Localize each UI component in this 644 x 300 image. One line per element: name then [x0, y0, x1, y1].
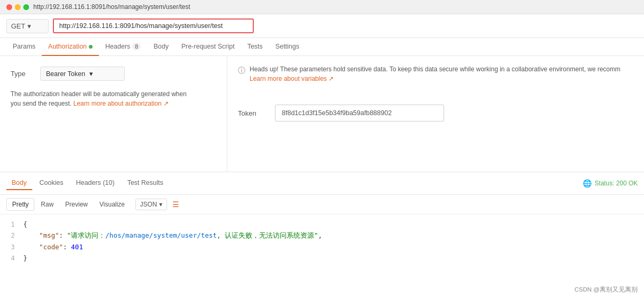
- code-key-code: "code": [23, 243, 63, 251]
- url-input[interactable]: http://192.168.116.1:8091/hos/manage/sys…: [53, 18, 254, 33]
- close-button[interactable]: [6, 4, 12, 10]
- line-num-1: 1: [4, 219, 15, 230]
- code-content-3: "code": 401: [23, 241, 83, 252]
- notice-text: Heads up! These parameters hold sensitiv…: [250, 65, 620, 73]
- learn-more-link[interactable]: Learn more about authorization ↗: [73, 100, 169, 107]
- tab-prerequest-label: Pre-request Script: [181, 43, 235, 50]
- code-line-2: 2 "msg": "请求访问：/hos/manage/system/user/t…: [0, 230, 644, 241]
- response-body-code: 1 { 2 "msg": "请求访问：/hos/manage/system/us…: [0, 214, 644, 268]
- status-text: Status: 200 OK: [595, 180, 638, 187]
- learn-vars-link[interactable]: Learn more about variables ↗: [250, 75, 334, 82]
- tab-tests[interactable]: Tests: [241, 38, 269, 56]
- globe-icon: 🌐: [583, 179, 592, 188]
- response-tab-cookies[interactable]: Cookies: [34, 176, 69, 190]
- method-value: GET: [11, 22, 25, 30]
- code-content-4: }: [23, 252, 27, 264]
- type-row: Type Bearer Token ▾: [11, 67, 216, 81]
- tab-tests-label: Tests: [247, 43, 263, 50]
- url-value: http://192.168.116.1:8091/hos/manage/sys…: [59, 22, 223, 30]
- format-visualize-btn[interactable]: Visualize: [94, 199, 130, 210]
- auth-info-text: The authorization header will be automat…: [11, 89, 216, 108]
- response-tabs: Body Cookies Headers (10) Test Results 🌐…: [0, 172, 644, 195]
- notice-text-block: Heads up! These parameters hold sensitiv…: [250, 64, 620, 83]
- code-content-1: {: [23, 219, 27, 230]
- minimize-button[interactable]: [15, 4, 21, 10]
- response-tab-body-label: Body: [12, 179, 27, 186]
- window-controls: [6, 4, 29, 10]
- code-line-4: 4 }: [0, 252, 644, 264]
- tab-settings[interactable]: Settings: [269, 38, 306, 56]
- chevron-down-icon: ▾: [27, 22, 31, 30]
- tab-body-label: Body: [153, 43, 169, 50]
- tab-authorization-label: Authorization: [48, 43, 87, 50]
- code-number-401: 401: [71, 243, 83, 251]
- json-format-value: JSON: [140, 201, 157, 208]
- type-label: Type: [11, 70, 32, 78]
- response-tab-testresults[interactable]: Test Results: [122, 176, 169, 190]
- code-content-2: "msg": "请求访问：/hos/manage/system/user/tes…: [23, 230, 322, 241]
- tab-authorization[interactable]: Authorization: [42, 38, 99, 56]
- token-input[interactable]: 8f8d1c1d3f15e5b34f9ba59afb888902: [275, 105, 444, 121]
- response-tab-cookies-label: Cookies: [40, 179, 63, 186]
- code-string-msg: "请求访问：/hos/manage/system/user/test, 认证失败…: [67, 231, 318, 239]
- line-num-2: 2: [4, 230, 15, 241]
- response-tab-testresults-label: Test Results: [127, 179, 163, 186]
- window-title: http://192.168.116.1:8091/hos/manage/sys…: [33, 3, 190, 11]
- info-line1: The authorization header will be automat…: [11, 90, 187, 98]
- code-key-msg: "msg": [23, 231, 59, 239]
- maximize-button[interactable]: [23, 4, 29, 10]
- response-tab-body[interactable]: Body: [6, 176, 32, 190]
- tab-body[interactable]: Body: [147, 38, 175, 56]
- code-line-3: 3 "code": 401: [0, 241, 644, 252]
- tab-params[interactable]: Params: [6, 38, 42, 56]
- wrap-icon[interactable]: ☰: [172, 200, 179, 209]
- format-raw-btn[interactable]: Raw: [35, 199, 59, 210]
- token-value: 8f8d1c1d3f15e5b34f9ba59afb888902: [282, 109, 392, 117]
- auth-left-panel: Type Bearer Token ▾ The authorization he…: [0, 56, 227, 172]
- response-tab-headers-label: Headers (10): [76, 179, 115, 186]
- status-badge-area: 🌐 Status: 200 OK: [583, 179, 638, 188]
- title-bar: http://192.168.116.1:8091/hos/manage/sys…: [0, 0, 644, 14]
- response-tab-headers[interactable]: Headers (10): [71, 176, 120, 190]
- tab-headers[interactable]: Headers 8: [99, 38, 147, 56]
- headers-badge: 8: [132, 43, 141, 50]
- token-label: Token: [238, 109, 264, 117]
- method-select[interactable]: GET ▾: [6, 19, 49, 33]
- tab-settings-label: Settings: [275, 43, 299, 50]
- line-num-3: 3: [4, 241, 15, 252]
- type-select-value: Bearer Token: [46, 70, 85, 78]
- request-tabs: Params Authorization Headers 8 Body Pre-…: [0, 38, 644, 56]
- format-pretty-btn[interactable]: Pretty: [6, 198, 34, 211]
- info-line2: you send the request.: [11, 100, 71, 107]
- info-icon: ⓘ: [238, 65, 245, 76]
- auth-content-area: Type Bearer Token ▾ The authorization he…: [0, 56, 644, 172]
- json-chevron-icon: ▾: [159, 201, 162, 208]
- notice-box: ⓘ Heads up! These parameters hold sensit…: [238, 64, 633, 83]
- tab-headers-label: Headers: [105, 43, 130, 50]
- format-preview-btn[interactable]: Preview: [60, 199, 93, 210]
- type-select-dropdown[interactable]: Bearer Token ▾: [40, 67, 125, 81]
- auth-right-panel: ⓘ Heads up! These parameters hold sensit…: [227, 56, 644, 172]
- type-chevron-icon: ▾: [89, 70, 93, 78]
- tab-prerequest[interactable]: Pre-request Script: [175, 38, 241, 56]
- tab-params-label: Params: [13, 43, 35, 50]
- format-row: Pretty Raw Preview Visualize JSON ▾ ☰: [0, 195, 644, 214]
- authorization-active-dot: [89, 45, 93, 49]
- code-line-1: 1 {: [0, 219, 644, 230]
- url-bar: GET ▾ http://192.168.116.1:8091/hos/mana…: [0, 14, 644, 38]
- line-num-4: 4: [4, 252, 15, 264]
- json-format-select[interactable]: JSON ▾: [135, 199, 167, 210]
- token-row: Token 8f8d1c1d3f15e5b34f9ba59afb888902: [238, 105, 633, 121]
